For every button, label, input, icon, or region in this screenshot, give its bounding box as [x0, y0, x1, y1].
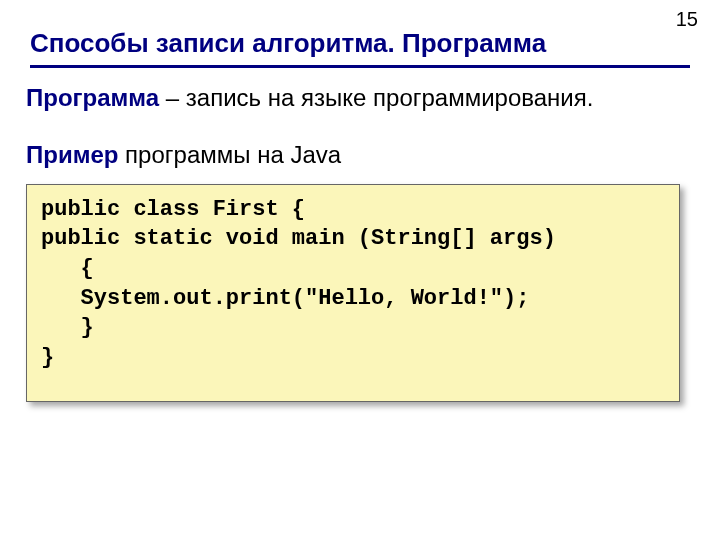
code-line: {	[41, 256, 94, 281]
example-rest: программы на Java	[118, 141, 341, 168]
title-underline	[30, 65, 690, 68]
definition-dash: –	[159, 84, 186, 111]
slide-title: Способы записи алгоритма. Программа	[30, 28, 670, 65]
definition-term: Программа	[26, 84, 159, 111]
title-block: Способы записи алгоритма. Программа	[30, 28, 670, 68]
code-line: public static void main (String[] args)	[41, 226, 556, 251]
slide: 15 Способы записи алгоритма. Программа П…	[0, 0, 720, 540]
code-line: public class First {	[41, 197, 305, 222]
code-line: System.out.print("Hello, World!");	[41, 286, 529, 311]
definition-line: Программа – запись на языке программиров…	[26, 84, 696, 113]
definition-desc: запись на языке программирования.	[186, 84, 594, 111]
example-line: Пример программы на Java	[26, 141, 696, 170]
code-line: }	[41, 345, 54, 370]
code-line: }	[41, 315, 94, 340]
code-block: public class First { public static void …	[26, 184, 680, 402]
page-number: 15	[676, 8, 698, 31]
example-term: Пример	[26, 141, 118, 168]
body: Программа – запись на языке программиров…	[26, 84, 696, 402]
